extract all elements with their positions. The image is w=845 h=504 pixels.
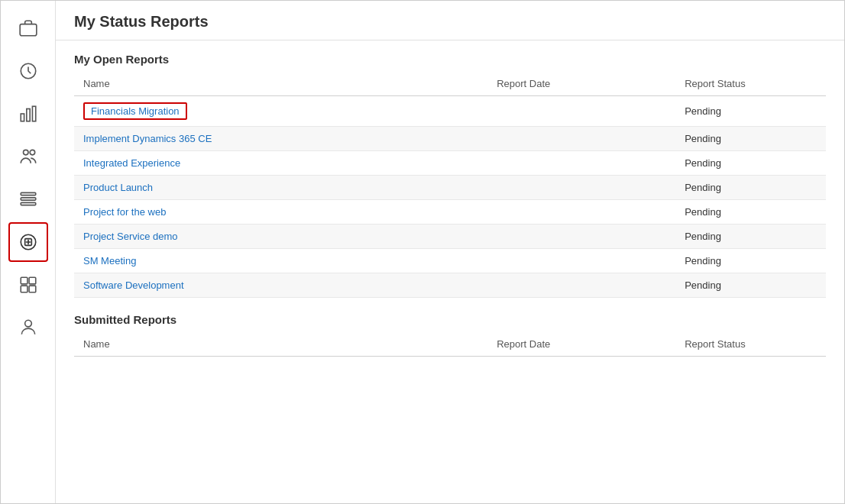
svg-rect-14 [21,286,28,292]
report-status-cell: Pending [675,200,826,225]
report-date-cell [487,176,675,200]
open-reports-table: Name Report Date Report Status Financial… [74,72,826,298]
report-status-cell: Pending [675,96,826,127]
sidebar-item-person[interactable] [8,308,48,347]
sidebar [1,1,56,503]
svg-rect-3 [26,109,29,121]
report-link[interactable]: Project Service demo [83,231,178,242]
table-row: Project Service demoPending [74,225,826,249]
report-status-cell: Pending [675,225,826,249]
submitted-reports-section: Submitted Reports Name Report Date Repor… [74,313,826,357]
sidebar-item-clock[interactable] [8,51,48,91]
submitted-col-header-report-date: Report Date [487,332,675,357]
report-link[interactable]: Software Development [83,279,184,291]
sidebar-item-chart[interactable] [8,94,48,134]
sidebar-item-grid[interactable] [8,265,48,305]
report-date-cell [487,151,675,176]
svg-rect-4 [32,106,35,121]
report-link[interactable]: Integrated Experience [83,157,180,169]
open-reports-section: My Open Reports Name Report Date Report … [74,53,826,298]
main-content: My Status Reports My Open Reports Name R… [56,1,844,503]
report-date-cell [487,273,675,298]
report-status-cell: Pending [675,273,826,298]
svg-rect-12 [21,277,28,284]
report-status-cell: Pending [675,151,826,176]
submitted-col-header-report-status: Report Status [675,332,826,357]
sidebar-item-reports[interactable] [8,222,48,262]
report-date-cell [487,225,675,249]
svg-rect-15 [29,286,36,292]
page-header: My Status Reports [56,1,844,40]
sidebar-item-briefcase[interactable] [8,8,48,48]
report-link[interactable]: Implement Dynamics 365 CE [83,133,212,144]
report-status-cell: Pending [675,249,826,273]
table-row: Financials MigrationPending [74,96,826,127]
report-link[interactable]: SM Meeting [83,255,136,267]
svg-point-16 [24,320,31,327]
report-status-cell: Pending [675,127,826,151]
svg-rect-2 [21,114,24,121]
report-date-cell [487,249,675,273]
open-reports-title: My Open Reports [74,53,826,66]
submitted-reports-title: Submitted Reports [74,313,826,326]
report-status-cell: Pending [675,176,826,200]
sidebar-item-list[interactable] [8,179,48,219]
table-row: Integrated ExperiencePending [74,151,826,176]
table-row: Project for the webPending [74,200,826,225]
col-header-report-date-open: Report Date [487,72,675,96]
report-date-cell [487,200,675,225]
svg-point-6 [30,150,34,155]
svg-rect-8 [21,198,36,200]
report-date-cell [487,96,675,127]
report-link[interactable]: Product Launch [83,182,153,193]
col-header-report-status-open: Report Status [675,72,826,96]
table-row: Product LaunchPending [74,176,826,200]
col-header-name: Name [74,72,487,96]
table-row: Implement Dynamics 365 CEPending [74,127,826,151]
table-row: Software DevelopmentPending [74,273,826,298]
submitted-reports-table: Name Report Date Report Status [74,332,826,357]
report-date-cell [487,127,675,151]
svg-rect-13 [29,277,36,284]
svg-rect-0 [20,24,37,36]
content-area: My Open Reports Name Report Date Report … [56,40,844,503]
report-link[interactable]: Financials Migration [91,105,180,117]
report-link[interactable]: Project for the web [83,206,166,218]
svg-rect-7 [21,192,36,195]
page-title: My Status Reports [74,13,826,31]
submitted-col-header-name: Name [74,332,487,357]
svg-rect-9 [21,202,36,205]
sidebar-item-people[interactable] [8,137,48,176]
table-row: SM MeetingPending [74,249,826,273]
svg-point-5 [23,150,28,155]
